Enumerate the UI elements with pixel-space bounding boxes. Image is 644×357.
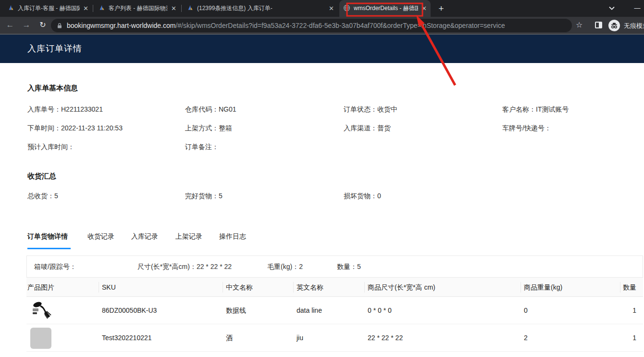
tab-title-highlighted: wmsOrderDetails xyxy=(354,5,398,12)
field-warehouse-code: 仓库代码：NG01 xyxy=(185,105,236,114)
tab-inbound-record[interactable]: 入库记录 xyxy=(131,232,158,241)
hart-logo-icon xyxy=(8,4,14,13)
field-box-quantity: 数量：5 xyxy=(337,256,361,277)
tab-separator xyxy=(181,5,182,12)
active-tab-underline xyxy=(27,248,71,249)
goods-table-header: 产品图片 SKU 中文名称 英文名称 商品尺寸(长*宽*高 cm) 商品重量(k… xyxy=(26,278,643,297)
header-separator xyxy=(620,282,620,293)
address-bar[interactable]: bookingwmsmgr.hart-worldwide.com/#/skip/… xyxy=(51,19,572,32)
field-expected-inbound-time: 预计入库时间： xyxy=(27,143,74,152)
field-order-remark: 订单备注： xyxy=(185,143,219,152)
tab-shelving-record[interactable]: 上架记录 xyxy=(175,232,202,241)
cell-name-en: jiu xyxy=(297,324,303,351)
field-box-mark-tracking: 箱唛/跟踪号： xyxy=(34,256,76,277)
col-name-cn: 中文名称 xyxy=(226,278,253,297)
field-total-received: 总收货：5 xyxy=(27,192,58,201)
cell-name-en: data line xyxy=(297,297,322,324)
col-sku: SKU xyxy=(102,278,116,297)
tab-title: wmsOrderDetails - 赫德国际物 xyxy=(354,4,418,13)
section-title-receipt-summary: 收货汇总 xyxy=(27,172,56,181)
page-header: 入库订单详情 xyxy=(0,35,644,63)
col-dimensions: 商品尺寸(长*宽*高 cm) xyxy=(368,278,435,297)
tab-title: (12399条推送信息) 入库订单- xyxy=(197,4,325,13)
tab-operation-log[interactable]: 操作日志 xyxy=(219,232,246,241)
tab-strip: 入库订单-客服 - 赫德国际物流管 ✕ 客户列表 - 赫德国际物流管理系 ✕ (… xyxy=(0,0,644,17)
cell-quantity: 1 xyxy=(632,297,636,324)
browser-toolbar: ← → ↻ bookingwmsmgr.hart-worldwide.com/#… xyxy=(0,17,644,34)
tab-title: 入库订单-客服 - 赫德国际物流管 xyxy=(18,4,80,13)
col-quantity: 数量 xyxy=(623,278,636,297)
product-photo-data-cable[interactable] xyxy=(30,300,51,321)
new-tab-button[interactable]: + xyxy=(435,2,447,15)
field-order-time: 下单时间：2022-11-23 11:20:53 xyxy=(27,124,123,133)
globe-icon xyxy=(343,4,350,13)
table-row: Test3202210221 酒 jiu 22 * 22 * 22 2 1 xyxy=(26,324,643,352)
incognito-icon xyxy=(608,20,620,31)
tab-title: 客户列表 - 赫德国际物流管理系 xyxy=(109,4,168,13)
col-weight: 商品重量(kg) xyxy=(524,278,562,297)
close-icon[interactable]: ✕ xyxy=(329,5,334,12)
field-inbound-channel: 入库渠道：普货 xyxy=(344,124,391,133)
tab-title-rest: - 赫德国际物 xyxy=(398,5,418,12)
field-order-number: 入库单号：H2211233021 xyxy=(27,105,103,114)
url-path: /#/skip/wmsOrderDetails?id=f9a53a24-3722… xyxy=(175,22,505,29)
tab-wms-order-details-active[interactable]: wmsOrderDetails - 赫德国际物 ✕ xyxy=(339,0,431,17)
field-box-dimensions: 尺寸(长*宽*高cm)：22 * 22 * 22 xyxy=(137,256,232,277)
cell-weight: 0 xyxy=(524,297,528,324)
field-intact-goods: 完好货物：5 xyxy=(185,192,223,201)
header-separator xyxy=(364,282,365,293)
cell-name-cn: 数据线 xyxy=(226,297,246,324)
tab-order-goods-detail[interactable]: 订单货物详情 xyxy=(27,232,68,241)
header-separator xyxy=(520,282,521,293)
field-shelving-method: 上架方式：整箱 xyxy=(185,124,232,133)
page-title: 入库订单详情 xyxy=(27,35,82,63)
field-plate-tracking-number: 车牌号/快递号： xyxy=(502,124,551,133)
field-box-gross-weight: 毛重(kg)：2 xyxy=(267,256,303,277)
side-panel-icon[interactable] xyxy=(595,22,602,28)
tab-push-messages[interactable]: (12399条推送信息) 入库订单- ✕ xyxy=(183,0,338,17)
cell-quantity: 1 xyxy=(632,324,636,351)
reload-button[interactable]: ↻ xyxy=(37,19,49,31)
cell-dimensions: 0 * 0 * 0 xyxy=(368,297,392,324)
col-name-en: 英文名称 xyxy=(297,278,323,297)
header-separator xyxy=(99,282,99,293)
forward-button[interactable]: → xyxy=(20,19,33,31)
url-domain: bookingwmsmgr.hart-worldwide.com xyxy=(67,22,175,29)
cell-sku: 86DZ00050BK-U3 xyxy=(102,297,157,324)
section-title-basic-info: 入库单基本信息 xyxy=(27,84,78,93)
hart-logo-icon xyxy=(187,4,194,13)
cell-dimensions: 22 * 22 * 22 xyxy=(368,324,403,351)
tab-customer-list[interactable]: 客户列表 - 赫德国际物流管理系 ✕ xyxy=(95,0,180,17)
field-damaged-goods: 损坏货物：0 xyxy=(344,192,381,201)
table-row: 86DZ00050BK-U3 数据线 data line 0 * 0 * 0 0… xyxy=(26,297,643,324)
cell-name-cn: 酒 xyxy=(226,324,233,351)
back-button[interactable]: ← xyxy=(4,19,16,31)
cell-sku: Test3202210221 xyxy=(102,324,152,351)
cell-weight: 2 xyxy=(524,324,528,351)
bookmark-star-icon[interactable]: ☆ xyxy=(576,20,582,29)
tab-receiving-record[interactable]: 收货记录 xyxy=(87,232,114,241)
field-order-status: 订单状态：收货中 xyxy=(344,105,397,114)
field-customer-name: 客户名称：IT测试账号 xyxy=(502,105,569,114)
tab-inbound-order-service[interactable]: 入库订单-客服 - 赫德国际物流管 ✕ xyxy=(4,0,92,17)
product-photo-placeholder[interactable] xyxy=(30,328,51,349)
incognito-mode-label: 无痕模式 xyxy=(624,22,644,30)
header-separator xyxy=(293,282,294,293)
close-icon[interactable]: ✕ xyxy=(171,5,176,12)
hart-logo-icon xyxy=(99,4,105,13)
close-icon[interactable]: ✕ xyxy=(83,5,88,12)
header-separator xyxy=(223,282,223,293)
browser-window: 入库订单-客服 - 赫德国际物流管 ✕ 客户列表 - 赫德国际物流管理系 ✕ (… xyxy=(0,0,644,357)
box-info-row: 箱唛/跟踪号： 尺寸(长*宽*高cm)：22 * 22 * 22 毛重(kg)：… xyxy=(26,255,643,278)
tab-search-chevron-icon[interactable] xyxy=(607,4,616,13)
window-minimize-button[interactable]: — xyxy=(632,3,643,14)
lock-icon[interactable] xyxy=(57,23,62,29)
tab-separator xyxy=(93,5,93,12)
col-product-image: 产品图片 xyxy=(27,278,54,297)
close-icon[interactable]: ✕ xyxy=(421,5,427,12)
